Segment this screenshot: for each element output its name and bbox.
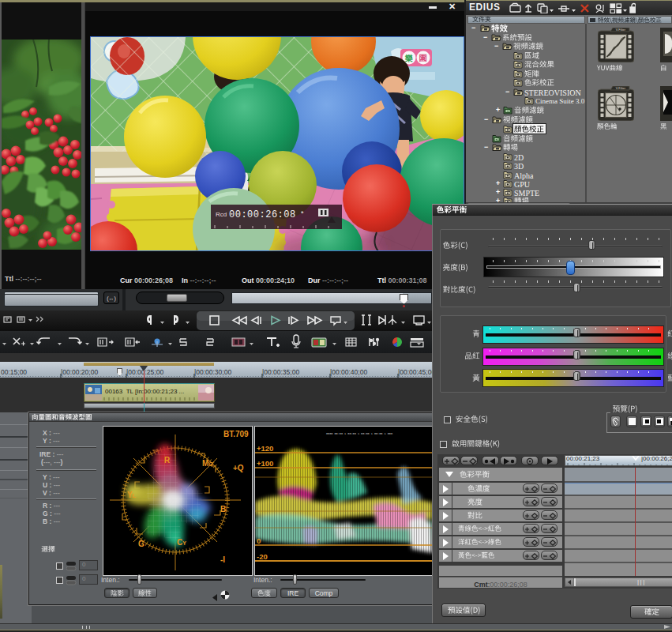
svg-text:BT.709: BT.709	[223, 430, 249, 438]
svg-text:+Q: +Q	[233, 464, 244, 472]
svg-text:+120: +120	[257, 444, 273, 453]
svg-text:*: *	[301, 209, 304, 217]
svg-text:-I: -I	[220, 555, 225, 564]
svg-text:樂: 樂	[404, 54, 413, 62]
svg-text:00:15;00: 00:15;00	[1, 368, 27, 376]
svg-text:00:00:26:08: 00:00:26:08	[229, 209, 296, 220]
svg-text:|00:00:45;00: |00:00:45;00	[398, 368, 435, 376]
svg-text:|00:00:40;00: |00:00:40;00	[330, 368, 367, 376]
svg-text:Rcd: Rcd	[216, 211, 227, 218]
svg-text:0000 00:00 1 00:00 1 00:00 1 0: 0000 00:00 1 00:00 1 00:00 1 00:00 1 000	[326, 432, 392, 435]
svg-text:|00:00:30;00: |00:00:30;00	[194, 368, 231, 376]
svg-text:園: 園	[419, 54, 427, 62]
svg-text:V.Filter: V.Filter	[616, 28, 626, 32]
svg-text:-20: -20	[257, 552, 268, 561]
svg-text:MG: MG	[202, 459, 213, 468]
svg-text:|00:00:35;00: |00:00:35;00	[262, 368, 299, 376]
svg-text:G: G	[138, 540, 145, 548]
svg-text:R: R	[164, 456, 171, 465]
svg-text:CY: CY	[177, 538, 186, 547]
svg-text:V.Filter: V.Filter	[616, 86, 626, 90]
svg-text:0: 0	[257, 536, 261, 545]
svg-text:+100: +100	[257, 459, 273, 468]
svg-text:B: B	[220, 505, 226, 514]
svg-text:|00:00:20;00: |00:00:20;00	[61, 368, 98, 376]
